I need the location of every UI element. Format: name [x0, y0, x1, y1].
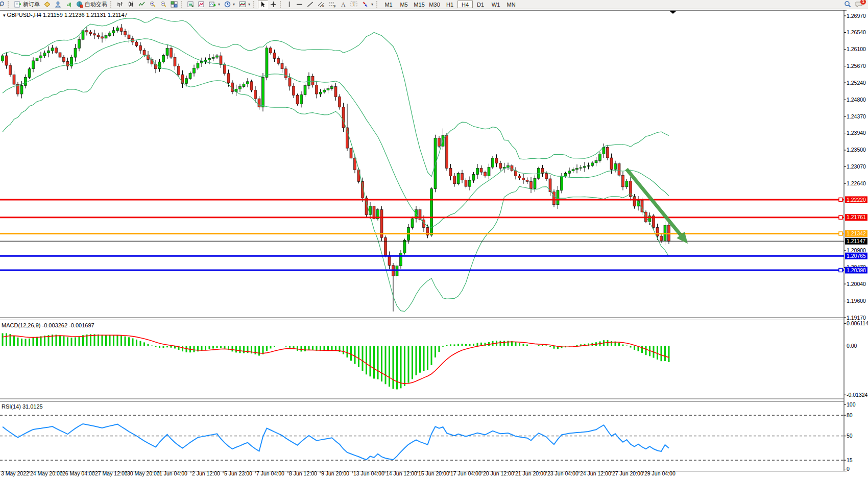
notifications-button[interactable]: 1 — [855, 1, 863, 9]
trendline-tool-button[interactable] — [305, 1, 316, 9]
bear-candle — [480, 169, 483, 173]
symbol-dropdown-marker-icon[interactable]: ▾ — [3, 13, 6, 18]
bull-candle — [109, 33, 111, 35]
bear-candle — [9, 65, 12, 75]
timeframe-h1-button[interactable]: H1 — [442, 1, 457, 8]
zoom-in-button[interactable] — [147, 1, 158, 9]
bull-candle — [599, 154, 601, 160]
vertical-line-tool-button[interactable] — [284, 1, 294, 9]
profile-button[interactable] — [53, 1, 63, 9]
arrows-tool-button[interactable]: ▾ — [359, 1, 375, 9]
price-axis-tick-label: 1.20040 — [847, 281, 866, 287]
navigator-icon — [198, 1, 205, 8]
zoom-out-button[interactable] — [158, 1, 168, 9]
gold-symbol-button[interactable] — [42, 1, 53, 9]
bear-candle — [526, 180, 528, 181]
navigator-button[interactable] — [196, 1, 207, 9]
price-line-handle — [839, 216, 842, 219]
global-search-button[interactable] — [844, 1, 851, 9]
new-chart-button[interactable]: ▾ — [207, 1, 222, 9]
chart-canvas[interactable]: 1.269701.265401.261001.256701.252401.248… — [0, 0, 868, 478]
time-axis-tick-label: 1 Jun 04:00 — [159, 470, 187, 476]
data-window-button[interactable] — [185, 1, 196, 9]
time-axis-tick-label: 24 May 20:00 — [30, 470, 63, 476]
fibonacci-icon: F — [329, 1, 336, 8]
signal-icon — [65, 1, 72, 8]
bull-candle — [400, 253, 402, 266]
new-order-label: 新订单 — [23, 1, 40, 8]
line-chart-mode-button[interactable] — [136, 1, 147, 9]
bear-candle — [656, 227, 659, 236]
bull-candle — [28, 69, 31, 78]
bear-candle — [511, 165, 513, 171]
channel-tool-button[interactable]: E — [316, 1, 327, 9]
bear-candle — [101, 37, 104, 38]
bull-candle — [25, 77, 27, 85]
bear-candle — [461, 173, 464, 180]
candlestick-mode-button[interactable] — [126, 1, 136, 9]
bear-candle — [273, 53, 276, 59]
bear-candle — [224, 64, 226, 73]
bull-candle — [43, 53, 46, 56]
timeframe-m5-button[interactable]: M5 — [396, 1, 412, 8]
equidistant-channel-icon: E — [318, 1, 325, 8]
dropdown-caret-icon: ▾ — [218, 2, 220, 7]
price-axis-tick-label: 1.19600 — [847, 298, 866, 304]
timeframe-mn-button[interactable]: MN — [503, 1, 519, 8]
time-axis-tick-label: 7 Jun 04:00 — [256, 470, 284, 476]
symbols-search-button[interactable] — [0, 0, 7, 9]
bull-candle — [74, 49, 77, 57]
timeframe-m1-button[interactable]: M1 — [381, 1, 396, 8]
price-axis-tick-label: 1.26970 — [847, 13, 866, 19]
bear-candle — [277, 58, 280, 63]
periods-button[interactable]: ▾ — [222, 1, 237, 9]
time-axis-tick-label: 15 Jun 20:00 — [418, 470, 449, 476]
bar-chart-mode-button[interactable] — [115, 1, 126, 9]
bear-candle — [13, 75, 15, 84]
horizontal-line-tool-button[interactable] — [294, 1, 305, 9]
bear-candle — [311, 76, 314, 85]
new-order-button[interactable]: 新订单 — [12, 1, 42, 9]
crosshair-tool-button[interactable] — [268, 1, 279, 9]
timeframe-h4-button[interactable]: H4 — [457, 1, 473, 8]
autotrade-button[interactable]: 自动交易 — [74, 1, 109, 9]
bull-candle — [116, 28, 119, 30]
bear-candle — [93, 34, 96, 35]
bear-candle — [446, 135, 448, 168]
bull-candle — [2, 56, 4, 61]
time-axis-tick-label: 26 May 04:00 — [62, 470, 95, 476]
templates-button[interactable]: ▾ — [237, 1, 252, 9]
fibonacci-tool-button[interactable]: F — [327, 1, 338, 9]
bull-candle — [580, 168, 582, 169]
timeframe-d1-button[interactable]: D1 — [473, 1, 488, 8]
bear-candle — [250, 82, 253, 90]
svg-text:T: T — [352, 2, 355, 7]
bull-candle — [576, 169, 578, 170]
timeframe-m30-button[interactable]: M30 — [427, 1, 442, 8]
autotrade-label: 自动交易 — [85, 1, 107, 8]
bear-candle — [288, 78, 291, 86]
bear-candle — [453, 176, 456, 184]
bull-candle — [442, 135, 444, 146]
tile-windows-button[interactable] — [168, 1, 180, 9]
toolbar-grip — [376, 1, 380, 8]
timeframe-m15-button[interactable]: M15 — [412, 1, 427, 8]
bear-candle — [530, 181, 533, 188]
price-axis-tick-label: 1.23500 — [847, 147, 866, 153]
rsi-axis-tick-label: 15 — [847, 457, 853, 463]
bear-candle — [63, 57, 65, 61]
signals-button[interactable] — [63, 1, 74, 9]
cursor-tool-button[interactable] — [258, 1, 268, 9]
time-axis-tick-label: 27 May 12:00 — [95, 470, 128, 476]
price-line-handle — [839, 268, 842, 272]
bull-candle — [193, 68, 196, 73]
text-label-tool-button[interactable]: T — [348, 1, 359, 9]
mt4-window: 新订单 自动交易 — [0, 0, 868, 478]
text-tool-button[interactable]: A — [338, 1, 348, 9]
bear-candle — [281, 63, 283, 69]
bull-candle — [212, 57, 214, 58]
macd-axis-tick-label: 0.006114 — [847, 320, 868, 326]
timeframe-w1-button[interactable]: W1 — [488, 1, 503, 8]
vertical-line-icon — [286, 1, 292, 8]
price-axis-tick-label: 1.25670 — [847, 63, 866, 69]
